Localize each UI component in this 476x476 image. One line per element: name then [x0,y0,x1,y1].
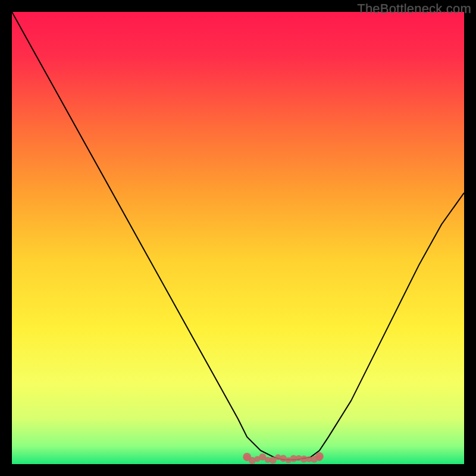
chart-frame: TheBottleneck.com [0,0,476,476]
svg-point-16 [315,452,324,461]
plot-area [12,12,464,464]
gradient-background [12,12,464,464]
chart-svg [12,12,464,464]
watermark-text: TheBottleneck.com [357,1,471,17]
svg-point-15 [243,453,251,461]
